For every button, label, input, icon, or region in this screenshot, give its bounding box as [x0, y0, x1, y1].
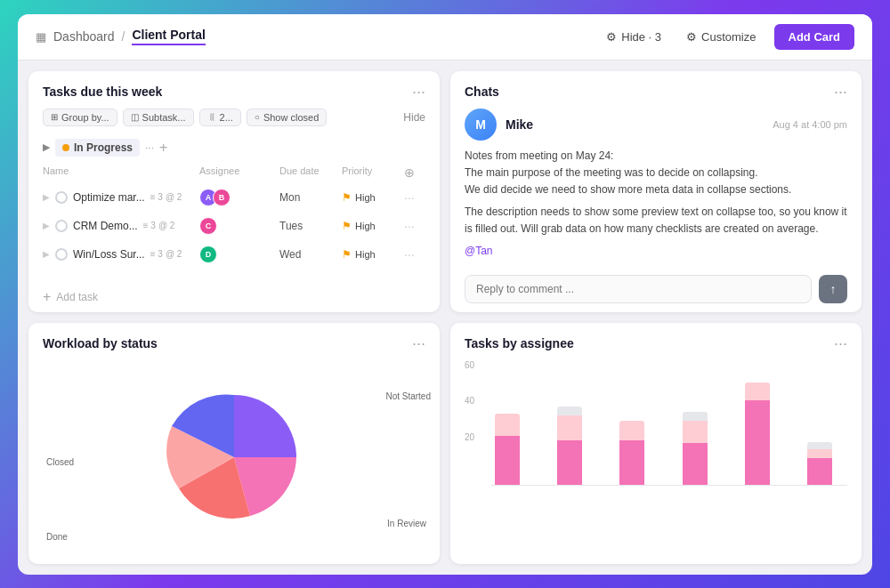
- bar-stack[interactable]: [807, 442, 832, 485]
- status-row: ▶ In Progress ··· +: [28, 135, 440, 164]
- task-label: CRM Demo...: [73, 220, 138, 232]
- due-date: Wed: [279, 248, 342, 261]
- priority-badge: ⚑ High: [342, 191, 404, 204]
- reply-input[interactable]: [465, 275, 812, 303]
- breadcrumb: ▦ Dashboard / Client Portal: [36, 28, 206, 45]
- bar-stack[interactable]: [619, 421, 644, 485]
- hide-button[interactable]: ⚙ Hide · 3: [599, 27, 668, 47]
- workload-chart-container: Closed Done Not Started In Review: [28, 360, 440, 564]
- assignee-col-header: Assignee: [199, 165, 279, 180]
- dashboard-icon: ▦: [36, 30, 46, 44]
- bar-segment-top: [619, 421, 644, 440]
- chat-line-2: The main purpose of the meeting was to d…: [465, 165, 847, 181]
- bar-group: [604, 421, 659, 485]
- main-container: ▦ Dashboard / Client Portal ⚙ Hide · 3 ⚙…: [18, 14, 872, 575]
- in-review-label: In Review: [387, 519, 426, 528]
- content-grid: Tasks due this week ··· ⊞ Group by... ◫ …: [18, 60, 872, 575]
- expand-button[interactable]: ▶: [43, 141, 50, 153]
- task-more-button[interactable]: ···: [404, 247, 425, 262]
- send-icon: ↑: [830, 282, 837, 296]
- extra-col-header: ⊕: [404, 165, 425, 180]
- priority-label: High: [355, 192, 376, 203]
- bar-group: [480, 414, 535, 485]
- tasks-card-title: Tasks due this week: [43, 85, 162, 99]
- not-started-segment: [234, 395, 296, 457]
- task-expand-icon[interactable]: ▶: [43, 249, 50, 259]
- task-label: Optimize mar...: [73, 191, 145, 204]
- avatar-initials: M: [475, 117, 486, 132]
- task-name-cell: ▶ Optimize mar... ≡ 3 @ 2: [43, 191, 199, 204]
- bar-stack[interactable]: [557, 407, 582, 485]
- not-started-label: Not Started: [385, 391, 431, 401]
- task-meta: ≡ 3 @ 2: [150, 249, 182, 259]
- task-label: Win/Loss Sur...: [73, 248, 145, 261]
- customize-label: Customize: [701, 30, 756, 44]
- bar-segment-mid: [807, 449, 832, 458]
- task-circle: [55, 220, 68, 232]
- chat-user-row: M Mike Aug 4 at 4:00 pm: [465, 109, 847, 141]
- task-more-button[interactable]: ···: [404, 190, 425, 205]
- subtask-label: Subtask...: [142, 112, 186, 123]
- task-col-headers: Name Assignee Due date Priority ⊕: [36, 164, 433, 181]
- task-expand-icon[interactable]: ▶: [43, 221, 50, 230]
- task-assignee: D: [199, 246, 279, 263]
- subtask-chip[interactable]: ◫ Subtask...: [123, 109, 194, 126]
- tasks-card-menu-button[interactable]: ···: [412, 84, 425, 100]
- table-row[interactable]: ▶ Win/Loss Sur... ≡ 3 @ 2 D Wed ⚑: [36, 240, 433, 269]
- chat-mention[interactable]: @Tan: [465, 245, 493, 257]
- chat-message: M Mike Aug 4 at 4:00 pm Notes from meeti…: [450, 109, 862, 268]
- current-page-title: Client Portal: [132, 28, 205, 45]
- chat-line-4: The description needs to show some previ…: [465, 204, 847, 238]
- settings-icon: ⚙: [686, 30, 697, 44]
- y-label-20: 20: [465, 432, 474, 442]
- due-date: Tues: [279, 220, 342, 232]
- bar-segment-top: [807, 442, 832, 449]
- chat-line-3: We did decide we need to show more meta …: [465, 181, 847, 198]
- status-label: In Progress: [74, 141, 133, 154]
- workload-card-menu-button[interactable]: ···: [412, 335, 425, 351]
- assignee-card-menu-button[interactable]: ···: [834, 335, 847, 351]
- priority-flag-icon: ⚑: [342, 191, 352, 204]
- chat-body: Notes from meeting on May 24: The main p…: [465, 148, 847, 261]
- bar-segment-bottom: [557, 440, 582, 485]
- assignee-card: Tasks by assignee ··· 60 40 20: [450, 323, 862, 564]
- group-by-chip[interactable]: ⊞ Group by...: [43, 109, 117, 126]
- bar-stack[interactable]: [683, 412, 708, 485]
- table-row[interactable]: ▶ Optimize mar... ≡ 3 @ 2 A B Mon: [36, 183, 433, 212]
- filter-2-chip[interactable]: ⧛ 2...: [199, 109, 241, 126]
- tasks-hide-button[interactable]: Hide: [403, 111, 425, 124]
- bar-segment-mid: [557, 415, 582, 440]
- workload-card: Workload by status ··· Closed Done Not S…: [28, 323, 440, 564]
- y-label-60: 60: [465, 360, 474, 370]
- workload-pie-chart: [154, 386, 314, 528]
- add-col-icon[interactable]: ⊕: [404, 165, 415, 180]
- table-row[interactable]: ▶ CRM Demo... ≡ 3 @ 2 C Tues ⚑: [36, 212, 433, 240]
- add-task-label: Add task: [56, 291, 98, 303]
- priority-badge: ⚑ High: [342, 220, 404, 232]
- done-label: Done: [46, 532, 68, 542]
- workload-card-title: Workload by status: [43, 336, 158, 350]
- priority-col-header: Priority: [342, 165, 404, 180]
- bar-baseline: [491, 485, 847, 486]
- chat-time: Aug 4 at 4:00 pm: [773, 119, 847, 130]
- status-add-button[interactable]: +: [159, 140, 167, 156]
- send-button[interactable]: ↑: [819, 275, 847, 303]
- add-card-button[interactable]: Add Card: [774, 24, 855, 50]
- customize-button[interactable]: ⚙ Customize: [679, 27, 763, 47]
- task-assignee: C: [199, 217, 279, 235]
- chats-card-menu-button[interactable]: ···: [834, 84, 847, 100]
- tasks-card-header: Tasks due this week ···: [28, 71, 440, 109]
- bar-group: [792, 442, 847, 485]
- add-task-row[interactable]: + Add task: [28, 282, 440, 312]
- bar-stack[interactable]: [745, 383, 770, 485]
- filter-icon: ⧛: [207, 112, 216, 122]
- chats-card: Chats ··· M Mike Aug 4 at 4:00 pm Notes …: [450, 71, 862, 312]
- priority-label: High: [355, 221, 376, 231]
- task-expand-icon[interactable]: ▶: [43, 192, 50, 202]
- filter-row: ⊞ Group by... ◫ Subtask... ⧛ 2... ○ Show…: [28, 109, 440, 135]
- task-meta: ≡ 3 @ 2: [150, 192, 182, 202]
- show-closed-chip[interactable]: ○ Show closed: [247, 109, 327, 126]
- task-more-button[interactable]: ···: [404, 219, 425, 233]
- dashboard-link[interactable]: Dashboard: [53, 29, 115, 44]
- bar-stack[interactable]: [495, 414, 520, 485]
